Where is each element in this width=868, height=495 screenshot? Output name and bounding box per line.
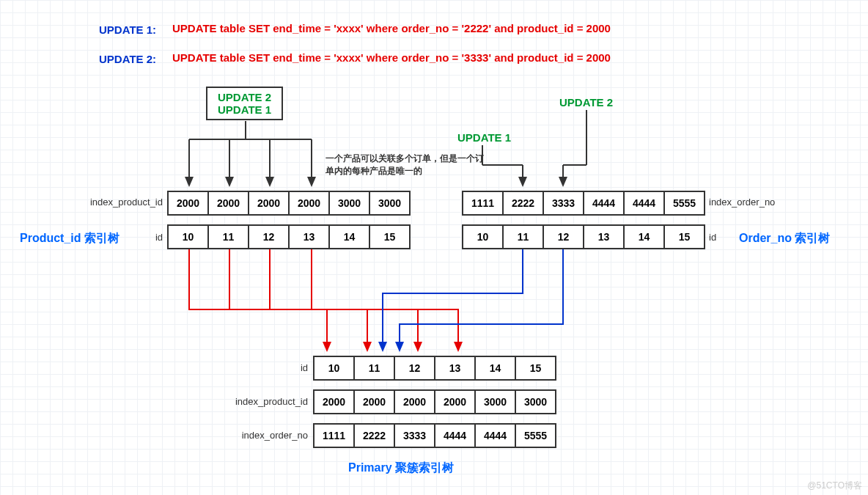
- note-text: 一个产品可以关联多个订单，但是一个订单内的每种产品是唯一的: [326, 153, 487, 177]
- primary-row2-label: index_product_id: [220, 396, 308, 407]
- cell: 15: [515, 356, 556, 380]
- cell: 13: [289, 225, 329, 249]
- primary-title: Primary 聚簇索引树: [348, 461, 454, 476]
- cell: 2000: [208, 191, 249, 215]
- left-product-row: 2000 2000 2000 2000 3000 3000: [168, 191, 410, 215]
- update2-sql: UPDATE table SET end_time = 'xxxx' where…: [172, 51, 611, 64]
- primary-id-table: 10 11 12 13 14 15: [313, 356, 556, 381]
- cell: 13: [584, 225, 624, 249]
- cell: 4444: [475, 424, 515, 447]
- update-stack-line1: UPDATE 2: [218, 91, 271, 103]
- right-order-row: 1111 2222 3333 4444 4444 5555: [463, 191, 705, 215]
- update1-pointer-label: UPDATE 1: [457, 131, 511, 144]
- cell: 2000: [435, 390, 475, 414]
- cell: 4444: [435, 424, 475, 447]
- cell: 1111: [314, 424, 354, 447]
- left-index-table: 2000 2000 2000 2000 3000 3000: [167, 191, 411, 216]
- cell: 15: [369, 225, 410, 249]
- left-row1-label: index_product_id: [75, 197, 163, 208]
- cell: 10: [463, 225, 503, 249]
- cell: 3000: [369, 191, 410, 215]
- cell: 12: [394, 356, 435, 380]
- cell: 3333: [394, 424, 435, 447]
- arrows-overlay: [0, 0, 868, 495]
- left-id-table: 10 11 12 13 14 15: [167, 224, 411, 249]
- cell: 14: [329, 225, 369, 249]
- cell: 3000: [329, 191, 369, 215]
- cell: 1111: [463, 191, 503, 215]
- cell: 2000: [314, 390, 354, 414]
- cell: 10: [168, 225, 208, 249]
- left-row2-label: id: [75, 232, 163, 243]
- cell: 2222: [503, 191, 543, 215]
- cell: 4444: [584, 191, 624, 215]
- cell: 2000: [249, 191, 289, 215]
- update2-pointer-label: UPDATE 2: [559, 96, 613, 109]
- primary-row3-label: index_order_no: [220, 430, 308, 441]
- right-id-row: 10 11 12 13 14 15: [463, 225, 705, 249]
- cell: 2000: [289, 191, 329, 215]
- update-stack-line2: UPDATE 1: [218, 103, 271, 116]
- cell: 15: [664, 225, 705, 249]
- watermark: @51CTO博客: [807, 480, 862, 492]
- cell: 12: [543, 225, 584, 249]
- update1-label: UPDATE 1:: [99, 23, 156, 36]
- cell: 3000: [475, 390, 515, 414]
- cell: 2000: [354, 390, 394, 414]
- cell: 11: [354, 356, 394, 380]
- cell: 3333: [543, 191, 584, 215]
- update2-label: UPDATE 2:: [99, 53, 156, 65]
- cell: 14: [624, 225, 664, 249]
- left-id-row: 10 11 12 13 14 15: [168, 225, 410, 249]
- cell: 2000: [394, 390, 435, 414]
- cell: 10: [314, 356, 354, 380]
- cell: 5555: [664, 191, 705, 215]
- cell: 5555: [515, 424, 556, 447]
- cell: 11: [208, 225, 249, 249]
- cell: 11: [503, 225, 543, 249]
- right-row1-label: index_order_no: [709, 197, 797, 208]
- primary-order-table: 1111 2222 3333 4444 4444 5555: [313, 423, 556, 448]
- update-stack-box: UPDATE 2 UPDATE 1: [206, 87, 283, 120]
- update1-sql: UPDATE table SET end_time = 'xxxx' where…: [172, 22, 611, 34]
- right-row2-label: id: [709, 232, 797, 243]
- cell: 12: [249, 225, 289, 249]
- cell: 2000: [168, 191, 208, 215]
- cell: 13: [435, 356, 475, 380]
- primary-product-table: 2000 2000 2000 2000 3000 3000: [313, 389, 556, 414]
- cell: 14: [475, 356, 515, 380]
- cell: 2222: [354, 424, 394, 447]
- primary-row1-label: id: [220, 362, 308, 373]
- cell: 3000: [515, 390, 556, 414]
- right-order-table: 1111 2222 3333 4444 4444 5555: [462, 191, 705, 216]
- cell: 4444: [624, 191, 664, 215]
- right-id-table: 10 11 12 13 14 15: [462, 224, 705, 249]
